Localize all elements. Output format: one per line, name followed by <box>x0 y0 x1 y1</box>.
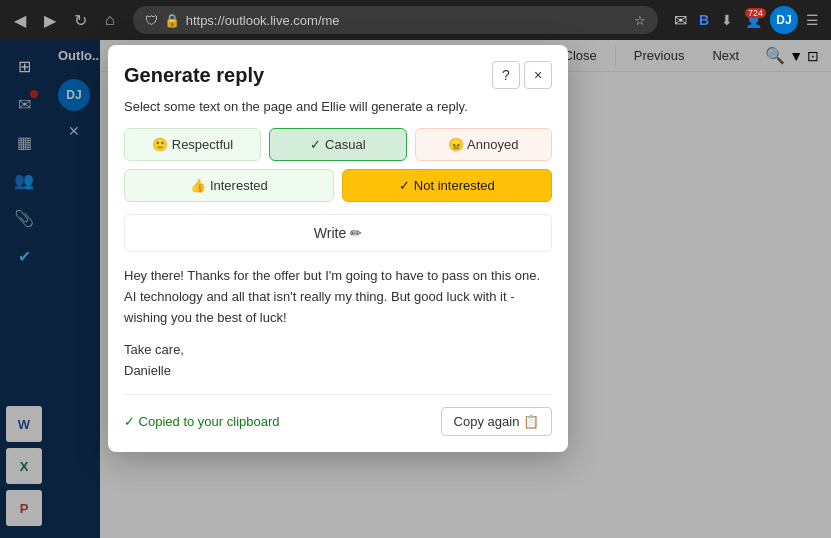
shield-icon: 🛡 <box>145 13 158 28</box>
menu-button[interactable]: ☰ <box>802 8 823 32</box>
copied-message: ✓ Copied to your clipboard <box>124 414 280 429</box>
not-interested-button[interactable]: ✓ Not interested <box>342 169 552 202</box>
modal-subtitle: Select some text on the page and Ellie w… <box>124 99 552 114</box>
notification-badge: 724 <box>745 8 766 18</box>
generate-reply-modal: Generate reply ? × Select some text on t… <box>108 45 568 452</box>
modal-footer: ✓ Copied to your clipboard Copy again 📋 <box>124 407 552 436</box>
generated-signoff: Take care, Danielle <box>124 340 552 382</box>
interest-row: 👍 Interested ✓ Not interested <box>124 169 552 202</box>
modal-header: Generate reply ? × <box>124 61 552 89</box>
download-button[interactable]: ⬇ <box>717 8 737 32</box>
tone-casual-button[interactable]: ✓ Casual <box>269 128 406 161</box>
forward-button[interactable]: ▶ <box>38 7 62 34</box>
write-button[interactable]: Write ✏ <box>124 214 552 252</box>
copied-text: ✓ Copied to your clipboard <box>124 414 280 429</box>
help-button[interactable]: ? <box>492 61 520 89</box>
user-avatar[interactable]: DJ <box>770 6 798 34</box>
url-text: https://outlook.live.com/me <box>186 13 628 28</box>
lock-icon: 🔒 <box>164 13 180 28</box>
generated-text: Hey there! Thanks for the offer but I'm … <box>124 266 552 395</box>
generated-body: Hey there! Thanks for the offer but I'm … <box>124 266 552 328</box>
modal-title: Generate reply <box>124 64 264 87</box>
back-button[interactable]: ◀ <box>8 7 32 34</box>
tone-annoyed-button[interactable]: 😠 Annoyed <box>415 128 552 161</box>
home-button[interactable]: ⌂ <box>99 7 121 33</box>
copy-again-button[interactable]: Copy again 📋 <box>441 407 552 436</box>
interested-button[interactable]: 👍 Interested <box>124 169 334 202</box>
browser-chrome: ◀ ▶ ↻ ⌂ 🛡 🔒 https://outlook.live.com/me … <box>0 0 831 40</box>
mail-ext-button[interactable]: ✉ <box>670 7 691 34</box>
extensions-button[interactable]: 👤 724 <box>741 8 766 32</box>
tone-row: 🙂 Respectful ✓ Casual 😠 Annoyed <box>124 128 552 161</box>
star-icon: ☆ <box>634 13 646 28</box>
tone-respectful-button[interactable]: 🙂 Respectful <box>124 128 261 161</box>
refresh-button[interactable]: ↻ <box>68 7 93 34</box>
browser-icons: ✉ B ⬇ 👤 724 DJ ☰ <box>670 6 823 34</box>
address-bar[interactable]: 🛡 🔒 https://outlook.live.com/me ☆ <box>133 6 658 34</box>
modal-header-buttons: ? × <box>492 61 552 89</box>
modal-close-button[interactable]: × <box>524 61 552 89</box>
bitwarden-button[interactable]: B <box>695 8 713 32</box>
